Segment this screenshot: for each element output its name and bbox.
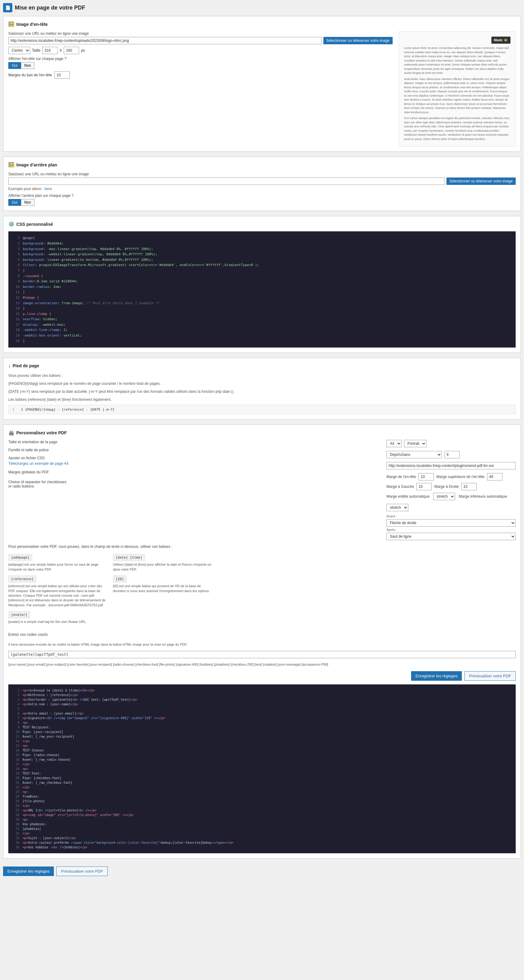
page-icon: 📄 bbox=[3, 3, 12, 12]
footer-section: ↓ Pied de page Vous pouvez utiliser ces … bbox=[3, 358, 521, 420]
margin-header-top-input[interactable] bbox=[487, 473, 502, 480]
shortcodes-label: Entrez vos codes courts bbox=[8, 632, 516, 638]
footer-icon: ↓ bbox=[8, 363, 11, 369]
margin-bottom-input[interactable] bbox=[54, 72, 70, 79]
separator-avant-select[interactable]: Flèche de droite bbox=[387, 519, 516, 527]
save-btn-bottom[interactable]: Enregistrer les réglages bbox=[3, 867, 54, 876]
header-select-btn[interactable]: Sélectionner ou téléverser votre image bbox=[323, 37, 393, 44]
header-image-title: 🖼️ Image d'en-tête bbox=[8, 21, 516, 27]
example-link[interactable]: here bbox=[44, 187, 52, 191]
css-file-label: Ajouter un fichier CSS bbox=[8, 456, 68, 460]
balises-info: Pour personnaliser votre PDF, vous pouve… bbox=[8, 544, 516, 550]
margin-entity-select[interactable]: stretch bbox=[433, 493, 455, 500]
css-icon: ⚙️ bbox=[8, 221, 14, 227]
footer-title: ↓ Pied de page bbox=[8, 363, 516, 369]
css-file-link[interactable]: Téléchargez un exemple de page A4 bbox=[8, 461, 68, 466]
footer-info3: {DATE j-m-Y} sera remplacé par la date a… bbox=[8, 389, 516, 395]
size-label: Taille bbox=[32, 48, 40, 52]
header-image-section: 🖼️ Image d'en-tête Saisissez une URL ou … bbox=[3, 16, 521, 152]
margin-bottom-text: Marges du bas de l'en-tête bbox=[8, 73, 52, 77]
personalize-icon: 🖨️ bbox=[8, 430, 14, 436]
personalize-section: 🖨️ Personnalisez votre PDF Taille et ori… bbox=[3, 425, 521, 859]
shortcodes-sublabel: Il sera nécessaire ensuite de se mettre … bbox=[8, 642, 516, 648]
toggle-non-btn[interactable]: Non bbox=[21, 62, 35, 69]
save-btn-top[interactable]: Enregistrer les réglages bbox=[411, 671, 462, 681]
footer-info1: Vous pouvez utiliser ces balises : bbox=[8, 373, 516, 379]
footer-code: 1 1 {PAGENO}/{nbpg} - {reference} - {DAT… bbox=[8, 405, 516, 414]
margin-bottom-auto-select[interactable]: stretch bbox=[387, 504, 408, 511]
page-title: 📄 Mise en page de votre PDF bbox=[3, 3, 521, 12]
personalize-title: 🖨️ Personnalisez votre PDF bbox=[8, 430, 516, 436]
bg-show-label: Afficher l'arrière plan sur chaque page … bbox=[8, 194, 516, 198]
header-url-input[interactable] bbox=[8, 37, 322, 44]
x-sep: X bbox=[59, 48, 62, 52]
background-section: 🖼️ Image d'arrière plan Saisissez une UR… bbox=[3, 157, 521, 211]
preview-btn-top[interactable]: Prévisualiser votre PDF bbox=[464, 671, 516, 681]
bg-select-btn[interactable]: Sélectionner ou téléverser votre image bbox=[446, 178, 516, 185]
addpage-tag: [addpage] bbox=[8, 554, 32, 561]
reference-tag: [reference] bbox=[8, 576, 36, 582]
css-file-input[interactable] bbox=[387, 462, 516, 469]
bg-toggle-non[interactable]: Non bbox=[21, 199, 35, 206]
height-input[interactable] bbox=[64, 47, 79, 54]
bg-toggle-oui[interactable]: Oui bbox=[8, 199, 21, 206]
align-select[interactable]: Centre bbox=[8, 47, 30, 54]
separator-apres-select[interactable]: Saut de ligne bbox=[387, 533, 516, 540]
date-time-desc: Utilisez [date] et [time] pour afficher … bbox=[113, 562, 211, 572]
url-label: Saisissez une URL ou mettez en ligne une… bbox=[8, 31, 393, 36]
px-label: px bbox=[81, 48, 85, 52]
footer-info2: {PAGENO}/{nbpg} sera remplacé par le num… bbox=[8, 381, 516, 387]
preview-code-block: 1<p><b>Envoyé le [date] à [time]</b></p>… bbox=[8, 684, 516, 853]
preview-btn-bottom[interactable]: Prévisualiser votre PDF bbox=[56, 867, 108, 876]
bg-url-input[interactable] bbox=[8, 178, 444, 185]
font-size-input[interactable] bbox=[444, 451, 460, 458]
bg-icon: 🖼️ bbox=[8, 162, 14, 168]
separator-label: Choice of separator for checkboxes or ra… bbox=[8, 479, 70, 488]
width-input[interactable] bbox=[42, 47, 57, 54]
toggle-oui-btn[interactable]: Oui bbox=[8, 62, 21, 69]
margin-left-input[interactable] bbox=[416, 483, 432, 490]
example-label: Exemple pour démo : bbox=[8, 187, 43, 191]
shortcode-input[interactable] bbox=[8, 651, 516, 658]
margin-header-input[interactable] bbox=[419, 473, 434, 480]
margins-label: Marges globales du PDF bbox=[8, 469, 70, 474]
css-section: ⚙️ CSS personnalisé 1@page{ 2background:… bbox=[3, 216, 521, 353]
reference-desc: [reference] est une simple balise qui es… bbox=[8, 584, 107, 608]
footer-info4: Les balises {reference} {date} et {time}… bbox=[8, 397, 516, 402]
orientation-select[interactable]: Portrait bbox=[404, 440, 427, 447]
addpage-desc: [addpage] est une simple balise pour for… bbox=[8, 562, 107, 572]
preview-panel: Made🐝 Lorem ipsum dolor sit amet, consec… bbox=[399, 31, 516, 146]
css-editor[interactable]: 1@page{ 2background: #ddddb4; 3backgroun… bbox=[8, 231, 516, 348]
font-family-label: Famille et taille de police bbox=[8, 448, 70, 452]
id-tag: [ID] bbox=[113, 576, 127, 582]
css-title: ⚙️ CSS personnalisé bbox=[8, 221, 516, 227]
margin-right-input[interactable] bbox=[461, 483, 476, 490]
page-size-label: Taille et orientation de la page bbox=[8, 440, 70, 444]
shortcodes-list: [your-name] [your-email] [your-subject] … bbox=[8, 662, 516, 668]
preview-logo: Made🐝 bbox=[491, 37, 510, 44]
font-family-select[interactable]: DejaVuSans bbox=[387, 451, 442, 458]
background-title: 🖼️ Image d'arrière plan bbox=[8, 162, 516, 168]
date-link[interactable]: (). bbox=[231, 390, 234, 394]
show-each-page-label: Afficher l'en-tête sur chaque page ? bbox=[8, 57, 393, 61]
date-time-tag: [date] [time] bbox=[113, 554, 145, 561]
bg-url-label: Saisissez une URL ou mettez en ligne une… bbox=[8, 172, 516, 176]
header-icon: 🖼️ bbox=[8, 21, 14, 27]
bottom-action-bar: Enregistrer les réglages Prévisualiser v… bbox=[3, 864, 521, 879]
id-desc: [ID] est une simple balise qui provient … bbox=[113, 584, 211, 593]
page-size-select[interactable]: A4 bbox=[387, 440, 401, 447]
avatar-tag: [avatar] bbox=[8, 611, 30, 618]
avatar-desc: [avatar] is a simple mail-tag for the us… bbox=[8, 619, 87, 624]
